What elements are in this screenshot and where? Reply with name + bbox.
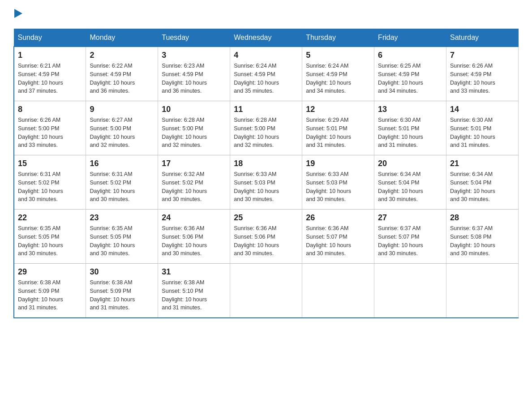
day-number: 13	[378, 105, 442, 114]
calendar-table: Sunday Monday Tuesday Wednesday Thursday…	[13, 29, 519, 318]
table-row: 7Sunrise: 6:26 AMSunset: 4:59 PMDaylight…	[446, 47, 519, 101]
table-row: 15Sunrise: 6:31 AMSunset: 5:02 PMDayligh…	[14, 155, 86, 210]
day-number: 7	[450, 51, 515, 60]
day-info: Sunrise: 6:36 AMSunset: 5:06 PMDaylight:…	[234, 224, 298, 258]
table-row: 1Sunrise: 6:21 AMSunset: 4:59 PMDaylight…	[14, 47, 86, 101]
day-number: 1	[18, 51, 82, 60]
day-number: 27	[378, 213, 442, 223]
header-friday: Friday	[374, 29, 446, 47]
table-row: 19Sunrise: 6:33 AMSunset: 5:03 PMDayligh…	[302, 155, 374, 210]
day-number: 26	[306, 213, 370, 223]
table-row: 27Sunrise: 6:37 AMSunset: 5:07 PMDayligh…	[374, 210, 446, 264]
svg-marker-0	[14, 9, 22, 18]
header-monday: Monday	[86, 29, 158, 47]
table-row: 3Sunrise: 6:23 AMSunset: 4:59 PMDaylight…	[158, 47, 230, 101]
day-info: Sunrise: 6:27 AMSunset: 5:00 PMDaylight:…	[90, 116, 154, 150]
day-number: 24	[162, 213, 226, 223]
table-row: 6Sunrise: 6:25 AMSunset: 4:59 PMDaylight…	[374, 47, 446, 101]
day-info: Sunrise: 6:24 AMSunset: 4:59 PMDaylight:…	[306, 62, 370, 95]
day-info: Sunrise: 6:37 AMSunset: 5:07 PMDaylight:…	[378, 224, 442, 258]
day-number: 14	[450, 105, 515, 114]
table-row: 8Sunrise: 6:26 AMSunset: 5:00 PMDaylight…	[14, 101, 86, 155]
header-sunday: Sunday	[14, 29, 86, 47]
day-info: Sunrise: 6:30 AMSunset: 5:01 PMDaylight:…	[378, 116, 442, 150]
day-number: 23	[90, 213, 154, 223]
day-info: Sunrise: 6:26 AMSunset: 4:59 PMDaylight:…	[450, 62, 515, 95]
table-row: 5Sunrise: 6:24 AMSunset: 4:59 PMDaylight…	[302, 47, 374, 101]
day-number: 16	[90, 159, 154, 168]
day-info: Sunrise: 6:37 AMSunset: 5:08 PMDaylight:…	[450, 224, 515, 258]
logo	[13, 9, 22, 20]
calendar-week-row: 29Sunrise: 6:38 AMSunset: 5:09 PMDayligh…	[14, 264, 519, 318]
table-row	[446, 264, 519, 318]
day-info: Sunrise: 6:26 AMSunset: 5:00 PMDaylight:…	[18, 116, 82, 150]
table-row: 16Sunrise: 6:31 AMSunset: 5:02 PMDayligh…	[86, 155, 158, 210]
day-number: 17	[162, 159, 226, 168]
day-number: 4	[234, 51, 298, 60]
day-info: Sunrise: 6:30 AMSunset: 5:01 PMDaylight:…	[450, 116, 515, 150]
day-info: Sunrise: 6:29 AMSunset: 5:01 PMDaylight:…	[306, 116, 370, 150]
day-info: Sunrise: 6:22 AMSunset: 4:59 PMDaylight:…	[90, 62, 154, 95]
day-info: Sunrise: 6:36 AMSunset: 5:07 PMDaylight:…	[306, 224, 370, 258]
day-number: 3	[162, 51, 226, 60]
day-number: 18	[234, 159, 298, 168]
table-row: 12Sunrise: 6:29 AMSunset: 5:01 PMDayligh…	[302, 101, 374, 155]
day-number: 20	[378, 159, 442, 168]
day-number: 9	[90, 105, 154, 114]
day-info: Sunrise: 6:38 AMSunset: 5:10 PMDaylight:…	[162, 278, 226, 312]
day-info: Sunrise: 6:21 AMSunset: 4:59 PMDaylight:…	[18, 62, 82, 95]
day-number: 6	[378, 51, 442, 60]
day-number: 29	[18, 267, 82, 277]
table-row	[302, 264, 374, 318]
table-row: 2Sunrise: 6:22 AMSunset: 4:59 PMDaylight…	[86, 47, 158, 101]
table-row: 17Sunrise: 6:32 AMSunset: 5:02 PMDayligh…	[158, 155, 230, 210]
day-number: 31	[162, 267, 226, 277]
table-row	[230, 264, 302, 318]
day-info: Sunrise: 6:33 AMSunset: 5:03 PMDaylight:…	[234, 170, 298, 204]
day-number: 15	[18, 159, 82, 168]
header-wednesday: Wednesday	[230, 29, 302, 47]
table-row: 25Sunrise: 6:36 AMSunset: 5:06 PMDayligh…	[230, 210, 302, 264]
day-number: 8	[18, 105, 82, 114]
day-number: 19	[306, 159, 370, 168]
table-row: 21Sunrise: 6:34 AMSunset: 5:04 PMDayligh…	[446, 155, 519, 210]
day-info: Sunrise: 6:34 AMSunset: 5:04 PMDaylight:…	[450, 170, 515, 204]
table-row: 22Sunrise: 6:35 AMSunset: 5:05 PMDayligh…	[14, 210, 86, 264]
logo-triangle-icon	[14, 9, 22, 18]
table-row: 9Sunrise: 6:27 AMSunset: 5:00 PMDaylight…	[86, 101, 158, 155]
day-info: Sunrise: 6:38 AMSunset: 5:09 PMDaylight:…	[18, 278, 82, 312]
page-header	[13, 9, 519, 20]
day-info: Sunrise: 6:35 AMSunset: 5:05 PMDaylight:…	[18, 224, 82, 258]
table-row: 18Sunrise: 6:33 AMSunset: 5:03 PMDayligh…	[230, 155, 302, 210]
header-thursday: Thursday	[302, 29, 374, 47]
day-number: 25	[234, 213, 298, 223]
table-row: 26Sunrise: 6:36 AMSunset: 5:07 PMDayligh…	[302, 210, 374, 264]
table-row: 31Sunrise: 6:38 AMSunset: 5:10 PMDayligh…	[158, 264, 230, 318]
day-number: 28	[450, 213, 515, 223]
day-number: 11	[234, 105, 298, 114]
day-number: 22	[18, 213, 82, 223]
calendar-week-row: 8Sunrise: 6:26 AMSunset: 5:00 PMDaylight…	[14, 101, 519, 155]
day-number: 21	[450, 159, 515, 168]
day-info: Sunrise: 6:28 AMSunset: 5:00 PMDaylight:…	[162, 116, 226, 150]
day-info: Sunrise: 6:23 AMSunset: 4:59 PMDaylight:…	[162, 62, 226, 95]
table-row: 28Sunrise: 6:37 AMSunset: 5:08 PMDayligh…	[446, 210, 519, 264]
table-row: 14Sunrise: 6:30 AMSunset: 5:01 PMDayligh…	[446, 101, 519, 155]
calendar-week-row: 22Sunrise: 6:35 AMSunset: 5:05 PMDayligh…	[14, 210, 519, 264]
table-row: 29Sunrise: 6:38 AMSunset: 5:09 PMDayligh…	[14, 264, 86, 318]
day-info: Sunrise: 6:35 AMSunset: 5:05 PMDaylight:…	[90, 224, 154, 258]
day-info: Sunrise: 6:32 AMSunset: 5:02 PMDaylight:…	[162, 170, 226, 204]
table-row: 4Sunrise: 6:24 AMSunset: 4:59 PMDaylight…	[230, 47, 302, 101]
table-row: 11Sunrise: 6:28 AMSunset: 5:00 PMDayligh…	[230, 101, 302, 155]
table-row: 20Sunrise: 6:34 AMSunset: 5:04 PMDayligh…	[374, 155, 446, 210]
table-row	[374, 264, 446, 318]
day-info: Sunrise: 6:25 AMSunset: 4:59 PMDaylight:…	[378, 62, 442, 95]
day-number: 30	[90, 267, 154, 277]
day-number: 2	[90, 51, 154, 60]
day-info: Sunrise: 6:24 AMSunset: 4:59 PMDaylight:…	[234, 62, 298, 95]
day-number: 5	[306, 51, 370, 60]
header-tuesday: Tuesday	[158, 29, 230, 47]
table-row: 30Sunrise: 6:38 AMSunset: 5:09 PMDayligh…	[86, 264, 158, 318]
day-number: 12	[306, 105, 370, 114]
calendar-header-row: Sunday Monday Tuesday Wednesday Thursday…	[14, 29, 519, 47]
